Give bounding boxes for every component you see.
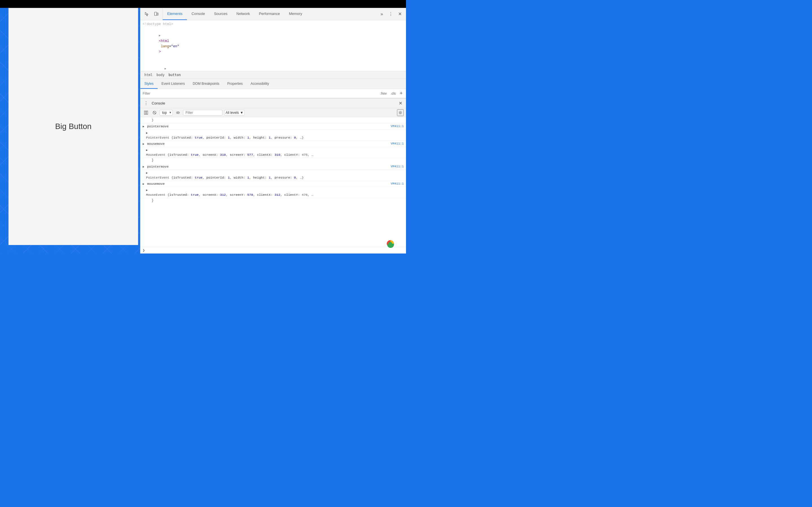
devtools-toolbar-icons <box>140 8 163 20</box>
expand-icon-mouse-2[interactable]: ▶ <box>146 187 151 192</box>
console-execute-button[interactable] <box>143 109 149 116</box>
console-context-select[interactable]: top <box>160 110 173 115</box>
style-tab-accessibility[interactable]: Accessibility <box>247 79 273 89</box>
style-tab-dom-breakpoints[interactable]: DOM Breakpoints <box>189 79 223 89</box>
console-log: } ▶ pointermove VM411:1 ▶ PointerEvent {… <box>140 117 406 247</box>
console-header: ⋮ Console ✕ <box>140 98 406 108</box>
breadcrumb-bar: html body button <box>140 71 406 79</box>
console-toolbar: top ▼ All levels ▼ <box>140 108 406 117</box>
log-source-1[interactable]: VM411:1 <box>389 124 404 129</box>
log-source-mm2[interactable]: VM411:1 <box>389 181 404 186</box>
console-close-button[interactable]: ✕ <box>397 100 404 107</box>
inspect-element-button[interactable] <box>143 10 151 18</box>
log-entry-mousemove-1: ▶ mousemove VM411:1 ▶ MouseEvent {isTrus… <box>140 141 406 164</box>
expand-html[interactable]: ▶ <box>159 34 162 38</box>
console-settings-button[interactable] <box>397 109 404 116</box>
style-tab-properties[interactable]: Properties <box>223 79 247 89</box>
console-filter-input[interactable] <box>183 110 222 115</box>
expand-icon-1[interactable]: ▶ <box>143 124 147 129</box>
expand-icon-pointer-1[interactable]: ▶ <box>146 130 151 135</box>
log-source-mm1[interactable]: VM411:1 <box>389 142 404 146</box>
svg-rect-2 <box>144 111 146 114</box>
svg-line-5 <box>153 112 156 114</box>
html-line-doctype: <!doctype html> <box>140 21 406 27</box>
chevron-down-icon-levels: ▼ <box>240 111 243 115</box>
expand-icon-pointer-2[interactable]: ▶ <box>146 170 151 175</box>
expand-icon-mm2[interactable]: ▶ <box>143 181 147 186</box>
svg-point-8 <box>400 112 401 113</box>
log-source-2[interactable]: VM411:1 <box>389 164 404 169</box>
page-area: Big Button <box>8 8 138 245</box>
console-levels-select[interactable]: All levels ▼ <box>224 110 245 115</box>
expand-icon-mm1[interactable]: ▶ <box>143 142 147 146</box>
tab-elements[interactable]: Elements <box>163 8 187 20</box>
devtools-settings-button[interactable]: ⋮ <box>387 10 395 18</box>
console-prompt: ❯ <box>143 248 145 252</box>
html-line-head: ► <head>…</head> <box>140 60 406 71</box>
log-entry-mousemove-2: ▶ mousemove VM411:1 ▶ MouseEvent {isTrus… <box>140 181 406 204</box>
styles-filter-input[interactable] <box>143 92 377 96</box>
more-tabs-button[interactable]: » <box>378 10 386 18</box>
tab-sources[interactable]: Sources <box>209 8 232 20</box>
expand-icon-2[interactable]: ▶ <box>143 164 147 169</box>
breadcrumb-body[interactable]: body <box>155 72 166 77</box>
tab-memory[interactable]: Memory <box>285 8 307 20</box>
device-toolbar-button[interactable] <box>152 10 160 18</box>
devtools-toolbar: Elements Console Sources Network Perform… <box>140 8 406 20</box>
breadcrumb-button[interactable]: button <box>167 72 183 77</box>
big-button[interactable]: Big Button <box>55 122 91 131</box>
close-devtools-button[interactable]: ✕ <box>396 10 404 18</box>
console-input-line: ❯ <box>140 247 406 253</box>
devtools-panel: Elements Console Sources Network Perform… <box>140 8 406 253</box>
cls-badge[interactable]: .cls <box>389 91 397 96</box>
style-tab-styles[interactable]: Styles <box>140 79 158 89</box>
svg-point-7 <box>177 112 179 113</box>
console-eye-button[interactable] <box>174 109 181 116</box>
hov-badge[interactable]: :hov <box>379 91 388 96</box>
elements-panel: <!doctype html> ▶ <html lang="en" > ► <h… <box>140 20 406 71</box>
console-clear-button[interactable] <box>151 109 158 116</box>
tab-network[interactable]: Network <box>232 8 255 20</box>
chrome-logo-icon <box>384 237 398 251</box>
style-tab-event-listeners[interactable]: Event Listeners <box>158 79 189 89</box>
svg-rect-3 <box>146 111 148 114</box>
top-bar <box>0 0 406 8</box>
log-entry-brace: } <box>140 117 406 123</box>
tab-performance[interactable]: Performance <box>254 8 284 20</box>
log-entry-pointermove-2: ▶ pointermove VM411:1 ▶ PointerEvent {is… <box>140 164 406 181</box>
chrome-logo-area <box>384 237 400 253</box>
console-title: Console <box>152 101 165 105</box>
style-tabs: Styles Event Listeners DOM Breakpoints P… <box>140 79 406 89</box>
expand-icon-mouse-1[interactable]: ▶ <box>146 148 151 152</box>
svg-rect-0 <box>154 12 157 15</box>
filter-bar: :hov .cls + <box>140 89 406 98</box>
html-line-html: ▶ <html lang="en" > <box>140 27 406 60</box>
tab-console[interactable]: Console <box>187 8 209 20</box>
expand-head[interactable]: ► <box>165 67 168 71</box>
devtools-toolbar-right: » ⋮ ✕ <box>375 10 406 18</box>
devtools-tabs: Elements Console Sources Network Perform… <box>163 8 375 20</box>
filter-badges: :hov .cls + <box>379 91 404 96</box>
console-context-wrapper: top ▼ <box>160 110 173 115</box>
console-input[interactable] <box>147 248 404 252</box>
breadcrumb-html[interactable]: html <box>143 72 154 77</box>
add-style-rule-button[interactable]: + <box>398 91 404 96</box>
svg-rect-1 <box>157 13 158 15</box>
log-entry-pointermove-1: ▶ pointermove VM411:1 ▶ PointerEvent {is… <box>140 123 406 141</box>
console-menu-button[interactable]: ⋮ <box>143 100 149 107</box>
